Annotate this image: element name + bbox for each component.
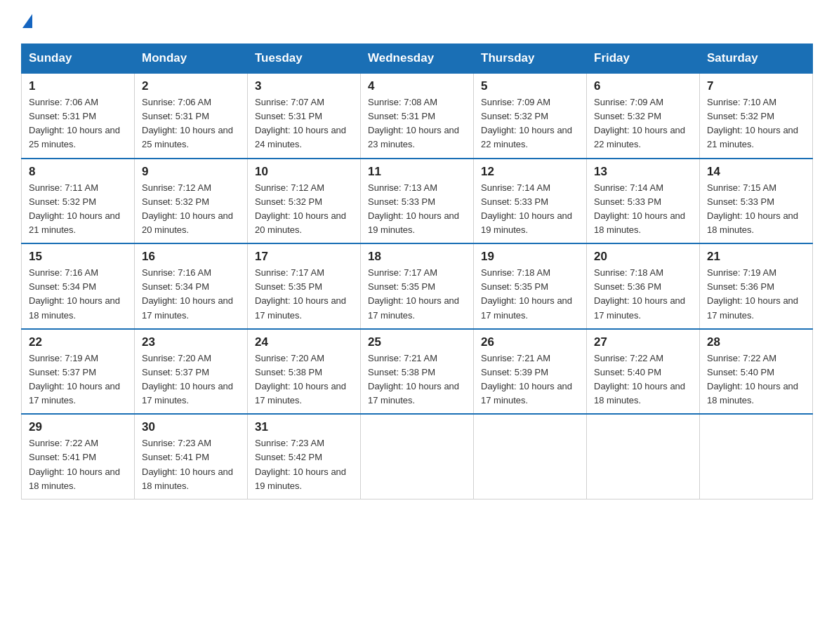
calendar-cell — [361, 414, 474, 499]
calendar-cell: 1Sunrise: 7:06 AMSunset: 5:31 PMDaylight… — [22, 73, 135, 159]
day-number: 13 — [594, 165, 692, 179]
day-info: Sunrise: 7:08 AMSunset: 5:31 PMDaylight:… — [368, 95, 466, 152]
day-number: 28 — [707, 335, 805, 349]
weekday-header-tuesday: Tuesday — [248, 44, 361, 74]
day-number: 6 — [594, 79, 692, 93]
day-number: 27 — [594, 335, 692, 349]
day-number: 9 — [142, 165, 240, 179]
logo-triangle-icon — [22, 14, 32, 28]
day-number: 31 — [255, 420, 353, 434]
week-row-1: 1Sunrise: 7:06 AMSunset: 5:31 PMDaylight… — [22, 73, 813, 159]
day-info: Sunrise: 7:06 AMSunset: 5:31 PMDaylight:… — [29, 95, 127, 152]
calendar-cell: 16Sunrise: 7:16 AMSunset: 5:34 PMDayligh… — [135, 243, 248, 329]
week-row-5: 29Sunrise: 7:22 AMSunset: 5:41 PMDayligh… — [22, 414, 813, 499]
day-number: 17 — [255, 250, 353, 264]
day-info: Sunrise: 7:14 AMSunset: 5:33 PMDaylight:… — [594, 181, 692, 238]
day-number: 14 — [707, 165, 805, 179]
day-info: Sunrise: 7:17 AMSunset: 5:35 PMDaylight:… — [255, 266, 353, 323]
day-info: Sunrise: 7:16 AMSunset: 5:34 PMDaylight:… — [142, 266, 240, 323]
day-info: Sunrise: 7:23 AMSunset: 5:41 PMDaylight:… — [142, 436, 240, 493]
calendar-cell: 17Sunrise: 7:17 AMSunset: 5:35 PMDayligh… — [248, 243, 361, 329]
day-number: 19 — [481, 250, 579, 264]
day-number: 16 — [142, 250, 240, 264]
header — [21, 14, 813, 31]
calendar-cell: 29Sunrise: 7:22 AMSunset: 5:41 PMDayligh… — [22, 414, 135, 499]
day-info: Sunrise: 7:19 AMSunset: 5:37 PMDaylight:… — [29, 351, 127, 408]
calendar-table: SundayMondayTuesdayWednesdayThursdayFrid… — [21, 43, 813, 499]
week-row-2: 8Sunrise: 7:11 AMSunset: 5:32 PMDaylight… — [22, 159, 813, 244]
calendar-cell: 10Sunrise: 7:12 AMSunset: 5:32 PMDayligh… — [248, 159, 361, 244]
calendar-cell: 13Sunrise: 7:14 AMSunset: 5:33 PMDayligh… — [587, 159, 700, 244]
day-info: Sunrise: 7:20 AMSunset: 5:38 PMDaylight:… — [255, 351, 353, 408]
day-number: 29 — [29, 420, 127, 434]
calendar-cell: 9Sunrise: 7:12 AMSunset: 5:32 PMDaylight… — [135, 159, 248, 244]
calendar-cell: 28Sunrise: 7:22 AMSunset: 5:40 PMDayligh… — [700, 329, 813, 415]
day-number: 7 — [707, 79, 805, 93]
day-info: Sunrise: 7:22 AMSunset: 5:40 PMDaylight:… — [594, 351, 692, 408]
week-row-4: 22Sunrise: 7:19 AMSunset: 5:37 PMDayligh… — [22, 329, 813, 415]
calendar-cell: 22Sunrise: 7:19 AMSunset: 5:37 PMDayligh… — [22, 329, 135, 415]
calendar-cell: 30Sunrise: 7:23 AMSunset: 5:41 PMDayligh… — [135, 414, 248, 499]
day-number: 4 — [368, 79, 466, 93]
day-number: 25 — [368, 335, 466, 349]
day-info: Sunrise: 7:22 AMSunset: 5:40 PMDaylight:… — [707, 351, 805, 408]
day-number: 8 — [29, 165, 127, 179]
day-info: Sunrise: 7:12 AMSunset: 5:32 PMDaylight:… — [142, 181, 240, 238]
day-info: Sunrise: 7:16 AMSunset: 5:34 PMDaylight:… — [29, 266, 127, 323]
day-info: Sunrise: 7:21 AMSunset: 5:39 PMDaylight:… — [481, 351, 579, 408]
calendar-cell: 8Sunrise: 7:11 AMSunset: 5:32 PMDaylight… — [22, 159, 135, 244]
calendar-cell: 14Sunrise: 7:15 AMSunset: 5:33 PMDayligh… — [700, 159, 813, 244]
calendar-cell: 25Sunrise: 7:21 AMSunset: 5:38 PMDayligh… — [361, 329, 474, 415]
day-info: Sunrise: 7:21 AMSunset: 5:38 PMDaylight:… — [368, 351, 466, 408]
day-number: 21 — [707, 250, 805, 264]
day-number: 20 — [594, 250, 692, 264]
day-number: 30 — [142, 420, 240, 434]
calendar-cell: 19Sunrise: 7:18 AMSunset: 5:35 PMDayligh… — [474, 243, 587, 329]
day-info: Sunrise: 7:22 AMSunset: 5:41 PMDaylight:… — [29, 436, 127, 493]
calendar-cell: 7Sunrise: 7:10 AMSunset: 5:32 PMDaylight… — [700, 73, 813, 159]
calendar-cell: 6Sunrise: 7:09 AMSunset: 5:32 PMDaylight… — [587, 73, 700, 159]
calendar-cell: 4Sunrise: 7:08 AMSunset: 5:31 PMDaylight… — [361, 73, 474, 159]
day-number: 5 — [481, 79, 579, 93]
day-number: 24 — [255, 335, 353, 349]
day-info: Sunrise: 7:06 AMSunset: 5:31 PMDaylight:… — [142, 95, 240, 152]
day-info: Sunrise: 7:09 AMSunset: 5:32 PMDaylight:… — [594, 95, 692, 152]
day-number: 23 — [142, 335, 240, 349]
day-info: Sunrise: 7:13 AMSunset: 5:33 PMDaylight:… — [368, 181, 466, 238]
day-number: 15 — [29, 250, 127, 264]
day-info: Sunrise: 7:19 AMSunset: 5:36 PMDaylight:… — [707, 266, 805, 323]
calendar-cell — [700, 414, 813, 499]
calendar-cell: 18Sunrise: 7:17 AMSunset: 5:35 PMDayligh… — [361, 243, 474, 329]
calendar-cell: 26Sunrise: 7:21 AMSunset: 5:39 PMDayligh… — [474, 329, 587, 415]
calendar-cell: 27Sunrise: 7:22 AMSunset: 5:40 PMDayligh… — [587, 329, 700, 415]
day-number: 11 — [368, 165, 466, 179]
calendar-cell: 23Sunrise: 7:20 AMSunset: 5:37 PMDayligh… — [135, 329, 248, 415]
calendar-cell: 24Sunrise: 7:20 AMSunset: 5:38 PMDayligh… — [248, 329, 361, 415]
day-number: 12 — [481, 165, 579, 179]
day-info: Sunrise: 7:18 AMSunset: 5:36 PMDaylight:… — [594, 266, 692, 323]
weekday-header-saturday: Saturday — [700, 44, 813, 74]
calendar-cell: 21Sunrise: 7:19 AMSunset: 5:36 PMDayligh… — [700, 243, 813, 329]
calendar-cell: 11Sunrise: 7:13 AMSunset: 5:33 PMDayligh… — [361, 159, 474, 244]
week-row-3: 15Sunrise: 7:16 AMSunset: 5:34 PMDayligh… — [22, 243, 813, 329]
day-number: 10 — [255, 165, 353, 179]
calendar-cell — [587, 414, 700, 499]
calendar-cell: 12Sunrise: 7:14 AMSunset: 5:33 PMDayligh… — [474, 159, 587, 244]
calendar-cell — [474, 414, 587, 499]
day-info: Sunrise: 7:23 AMSunset: 5:42 PMDaylight:… — [255, 436, 353, 493]
calendar-cell: 3Sunrise: 7:07 AMSunset: 5:31 PMDaylight… — [248, 73, 361, 159]
calendar-cell: 5Sunrise: 7:09 AMSunset: 5:32 PMDaylight… — [474, 73, 587, 159]
weekday-header-monday: Monday — [135, 44, 248, 74]
weekday-header-row: SundayMondayTuesdayWednesdayThursdayFrid… — [22, 44, 813, 74]
day-number: 1 — [29, 79, 127, 93]
day-number: 22 — [29, 335, 127, 349]
calendar-cell: 20Sunrise: 7:18 AMSunset: 5:36 PMDayligh… — [587, 243, 700, 329]
day-info: Sunrise: 7:20 AMSunset: 5:37 PMDaylight:… — [142, 351, 240, 408]
calendar-cell: 2Sunrise: 7:06 AMSunset: 5:31 PMDaylight… — [135, 73, 248, 159]
weekday-header-thursday: Thursday — [474, 44, 587, 74]
day-info: Sunrise: 7:12 AMSunset: 5:32 PMDaylight:… — [255, 181, 353, 238]
day-number: 3 — [255, 79, 353, 93]
weekday-header-wednesday: Wednesday — [361, 44, 474, 74]
day-number: 26 — [481, 335, 579, 349]
day-info: Sunrise: 7:18 AMSunset: 5:35 PMDaylight:… — [481, 266, 579, 323]
